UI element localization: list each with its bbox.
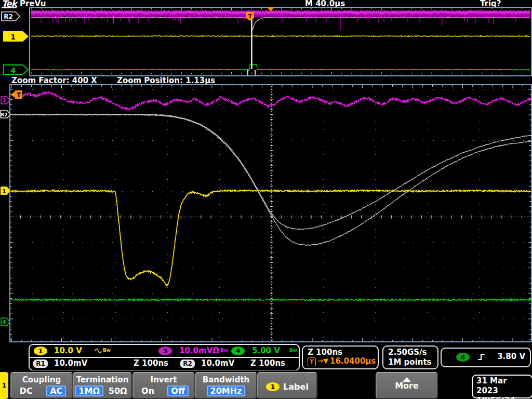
ch3-scale: 10.0mVΩ <box>179 346 219 355</box>
termination-title: Termination <box>74 375 131 384</box>
channel-readout-box: 1 10.0 V BW 3 10.0mVΩ BW 4 5.00 V BW <box>29 344 300 358</box>
menu-channel-tab: 1 <box>0 372 8 399</box>
zoom-badge-r2[interactable]: R2 <box>0 110 11 118</box>
more-title: More <box>377 381 437 391</box>
record-length: 1M points <box>388 357 432 367</box>
zoom-waveform-canvas <box>10 85 531 341</box>
ref1-badge: R1 <box>33 360 48 368</box>
tek-logo: Tek <box>2 0 17 8</box>
bandwidth-button[interactable]: Bandwidth 20MHz <box>195 372 257 399</box>
ch1-scale: 10.0 V <box>54 346 82 355</box>
ref2-badge: R2 <box>180 360 195 368</box>
ch4-scale: 5.00 V <box>252 346 280 355</box>
rising-edge-icon <box>477 352 487 362</box>
zoom-window-bracket[interactable]: [ ] <box>246 70 257 75</box>
svg-text:4: 4 <box>2 319 6 326</box>
ref1-timebase: Z 100ns <box>134 358 168 368</box>
overview-badge-ch1[interactable]: 1 <box>3 31 29 42</box>
svg-text:1: 1 <box>10 33 16 41</box>
bandwidth-title: Bandwidth <box>196 375 256 384</box>
time-label: 10:56:34 <box>476 396 528 399</box>
label-title: Label <box>283 382 309 392</box>
zoom-window <box>9 84 532 342</box>
termination-option-1mohm[interactable]: 1MΩ <box>75 385 103 396</box>
ac-sine-icon <box>95 348 102 354</box>
trigger-offscreen-left-icon: T <box>11 90 23 99</box>
ref2-timebase: Z 100ns <box>250 358 285 368</box>
acquisition-box: 2.50GS/s 1M points <box>382 345 438 369</box>
svg-text:4: 4 <box>10 66 16 74</box>
svg-text:T: T <box>17 91 21 99</box>
zoom-badge-ch3[interactable]: 3 <box>1 96 11 104</box>
ch1-bw-limit-icon: BW <box>103 348 111 353</box>
svg-text:3: 3 <box>3 98 6 103</box>
zoom-badge-ch1[interactable]: 1 <box>1 187 11 195</box>
expansion-point-icon <box>267 7 274 11</box>
ch4-bw-limit-icon: BW <box>289 348 297 353</box>
termination-button[interactable]: Termination 1MΩ 50Ω <box>73 372 132 399</box>
coupling-title: Coupling <box>11 375 72 384</box>
coupling-button[interactable]: Coupling DC AC <box>10 372 73 399</box>
ch3-bw-limit-icon: BW <box>220 348 228 353</box>
ref2-scale: 10.0mV <box>201 358 234 368</box>
trigger-source-badge: 4 <box>456 353 470 362</box>
more-button[interactable]: More <box>376 372 438 399</box>
svg-text:1: 1 <box>2 188 6 195</box>
ref1-scale: 10.0mV <box>54 358 87 368</box>
ch4-badge: 4 <box>231 347 245 355</box>
label-button[interactable]: 1 Label <box>257 372 317 399</box>
zoom-timebase-box: Z 100ns T →▼ 16.0400µs <box>302 345 379 369</box>
ch3-badge: 3 <box>158 347 172 355</box>
svg-text:T: T <box>248 13 252 20</box>
coupling-option-ac[interactable]: AC <box>46 385 66 396</box>
invert-button[interactable]: Invert On Off <box>132 372 195 399</box>
bandwidth-option-20mhz[interactable]: 20MHz <box>207 385 246 396</box>
trigger-delay-value: 16.0400µs <box>330 356 376 366</box>
ch1-badge: 1 <box>34 347 47 355</box>
invert-option-off[interactable]: Off <box>167 385 189 396</box>
overview-waveform-canvas <box>30 8 531 75</box>
svg-text:R2: R2 <box>1 112 7 117</box>
coupling-option-dc[interactable]: DC <box>17 386 35 396</box>
overview-badge-ch4[interactable]: 4 <box>3 64 29 75</box>
datetime-box: 31 Mar 2023 10:56:34 <box>472 375 532 398</box>
overview-badge-r2[interactable]: R2 <box>1 11 21 21</box>
date-label: 31 Mar 2023 <box>476 376 528 396</box>
trigger-delay-arrow-icon: →▼ <box>317 357 328 365</box>
trigger-readout-box: 4 3.80 V <box>441 348 531 367</box>
sample-rate: 2.50GS/s <box>388 348 427 357</box>
termination-option-50ohm[interactable]: 50Ω <box>106 386 130 396</box>
invert-title: Invert <box>134 375 194 384</box>
reference-readout-box: R1 10.0mV Z 100ns R2 10.0mV Z 100ns <box>29 357 300 371</box>
invert-option-on[interactable]: On <box>139 386 157 396</box>
trigger-level: 3.80 V <box>497 352 525 361</box>
overview-window <box>29 7 532 76</box>
label-channel-badge: 1 <box>266 382 280 391</box>
oscilloscope-screen: Tek PreVu M 40.0µs Trig? R2 1 4 T [ ] Zo… <box>0 0 532 399</box>
svg-text:R2: R2 <box>4 13 13 20</box>
trigger-position-icon[interactable]: T <box>246 12 255 21</box>
zoom-timebase: Z 100ns <box>308 348 342 357</box>
trigger-delay-icon: T <box>308 357 316 366</box>
zoom-badge-ch4[interactable]: 4 <box>1 317 11 326</box>
